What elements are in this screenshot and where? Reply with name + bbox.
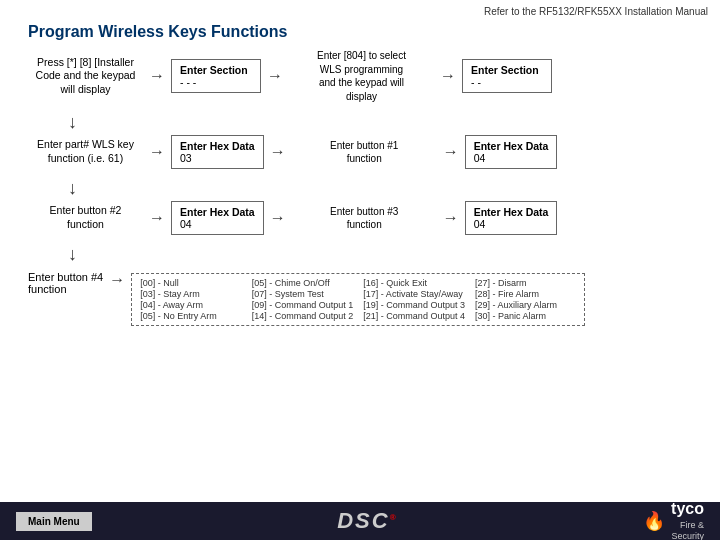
arrow-r4: → <box>109 271 125 289</box>
row4-label: Enter button #4 function <box>28 267 103 295</box>
box-r2-1-val: 03 <box>180 152 255 164</box>
ref-table-item: [14] - Command Output 2 <box>252 311 354 321</box>
box-r2-2-title: Enter Hex Data <box>474 140 549 152</box>
main-content: Press [*] [8] [Installer Code and the ke… <box>0 49 720 326</box>
ref-table-item: [29] - Auxiliary Alarm <box>475 300 577 310</box>
flow-box-r1-1: Enter Section - - - <box>171 59 261 93</box>
arrow-r1-2: → <box>267 67 283 85</box>
box-r1-2-title: Enter Section <box>471 64 543 76</box>
box-r3-2-val: 04 <box>474 218 549 230</box>
reference-text: Refer to the RF5132/RFK55XX Installation… <box>0 0 720 19</box>
flow-box-r2-1: Enter Hex Data 03 <box>171 135 264 169</box>
down-arrow-3: ↓ <box>28 245 692 263</box>
row4-area: Enter button #4 function → [00] - Null[0… <box>28 267 692 326</box>
ref-table-item: [16] - Quick Exit <box>363 278 465 288</box>
bottom-bar: Main Menu DSC® 🔥 tyco Fire & Security <box>0 502 720 540</box>
box-r1-1-val: - - - <box>180 76 252 88</box>
row2-middle: Enter button #1 function <box>292 139 437 166</box>
ref-table-item: [05] - No Entry Arm <box>140 311 242 321</box>
down-arrow-2: ↓ <box>28 179 692 197</box>
flow-box-r3-1: Enter Hex Data 04 <box>171 201 264 235</box>
tyco-area: 🔥 tyco Fire & Security <box>643 499 704 540</box>
row2-label: Enter part# WLS key function (i.e. 61) <box>28 138 143 165</box>
ref-table: [00] - Null[05] - Chime On/Off[16] - Qui… <box>131 273 585 326</box>
arrow-r2-3: → <box>443 143 459 161</box>
arrow-r3-2: → <box>270 209 286 227</box>
row1-middle: Enter [804] to select WLS programming an… <box>289 49 434 103</box>
ref-table-item: [03] - Stay Arm <box>140 289 242 299</box>
ref-table-item: [28] - Fire Alarm <box>475 289 577 299</box>
ref-table-item: [04] - Away Arm <box>140 300 242 310</box>
box-r3-1-val: 04 <box>180 218 255 230</box>
box-r2-2-val: 04 <box>474 152 549 164</box>
ref-table-item: [19] - Command Output 3 <box>363 300 465 310</box>
arrow-r1-3: → <box>440 67 456 85</box>
ref-table-item: [05] - Chime On/Off <box>252 278 354 288</box>
arrow-r2-1: → <box>149 143 165 161</box>
arrow-r3-3: → <box>443 209 459 227</box>
page-title: Program Wireless Keys Functions <box>0 19 720 49</box>
flow-row-3: Enter button #2 function → Enter Hex Dat… <box>28 201 692 235</box>
dsc-logo: DSC® <box>337 508 397 534</box>
ref-table-item: [30] - Panic Alarm <box>475 311 577 321</box>
ref-table-item: [07] - System Test <box>252 289 354 299</box>
row3-middle: Enter button #3 function <box>292 205 437 232</box>
flow-row-1: Press [*] [8] [Installer Code and the ke… <box>28 49 692 103</box>
box-r1-2-val: - - <box>471 76 543 88</box>
row3-label: Enter button #2 function <box>28 204 143 231</box>
tyco-logo: tyco Fire & Security <box>671 499 704 540</box>
box-r3-2-title: Enter Hex Data <box>474 206 549 218</box>
flow-row-2: Enter part# WLS key function (i.e. 61) →… <box>28 135 692 169</box>
ref-table-item: [09] - Command Output 1 <box>252 300 354 310</box>
ref-table-item: [27] - Disarm <box>475 278 577 288</box>
flow-box-r2-2: Enter Hex Data 04 <box>465 135 558 169</box>
arrow-r3-1: → <box>149 209 165 227</box>
ref-table-item: [00] - Null <box>140 278 242 288</box>
flame-icon: 🔥 <box>643 510 665 532</box>
flow-box-r1-2: Enter Section - - <box>462 59 552 93</box>
down-arrow-1: ↓ <box>28 113 692 131</box>
arrow-r2-2: → <box>270 143 286 161</box>
box-r1-1-title: Enter Section <box>180 64 252 76</box>
arrow-r1-1: → <box>149 67 165 85</box>
row1-label: Press [*] [8] [Installer Code and the ke… <box>28 56 143 97</box>
ref-table-item: [17] - Activate Stay/Away <box>363 289 465 299</box>
main-menu-button[interactable]: Main Menu <box>16 512 92 531</box>
box-r2-1-title: Enter Hex Data <box>180 140 255 152</box>
ref-table-item: [21] - Command Output 4 <box>363 311 465 321</box>
box-r3-1-title: Enter Hex Data <box>180 206 255 218</box>
flow-box-r3-2: Enter Hex Data 04 <box>465 201 558 235</box>
